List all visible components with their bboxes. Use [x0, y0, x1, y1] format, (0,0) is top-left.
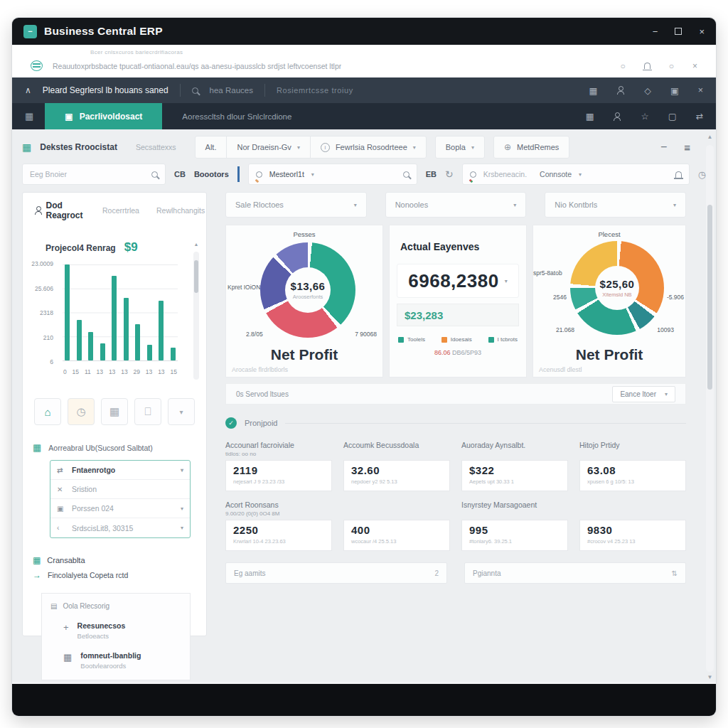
cb-label[interactable]: CB: [174, 170, 186, 178]
home-caret-icon[interactable]: ∧: [25, 85, 31, 95]
clock-button[interactable]: ◷: [68, 398, 95, 425]
kpi-value-box[interactable]: 9830#crocov v4 25.23 13: [579, 520, 686, 551]
expenses-note: 86.06 DB6/5P93: [390, 349, 526, 356]
kpi-value-box[interactable]: 2119nejesart J 9 23.23 /33: [225, 460, 332, 491]
kpi-value-box[interactable]: 995#tonlary6. 39.25.1: [461, 520, 568, 551]
x-tick-label: 13: [121, 368, 127, 375]
sidebar-scrollbar[interactable]: [193, 252, 199, 380]
apps-grid-icon[interactable]: ▦: [589, 85, 597, 96]
user-swap-icon[interactable]: ⇄: [696, 111, 703, 122]
tab-inactive[interactable]: Aoresscltsh dlour Snlclrcdione: [162, 112, 311, 121]
minimize-button[interactable]: −: [653, 26, 658, 37]
collapse-button[interactable]: −: [660, 141, 667, 154]
kpi-value-box[interactable]: 32.60nepdoer y2 92 5.13: [343, 460, 450, 491]
kpi-header: Accoumk Becussdoala: [343, 439, 450, 460]
sidebar-tab-0[interactable]: Dod Reagroct: [34, 200, 85, 220]
eb-label[interactable]: EB: [426, 170, 437, 178]
donut1-value: $13,66: [291, 280, 326, 292]
address-bar[interactable]: Reauutoxprbsbacte tpucatl-ontiaonal.eau/…: [22, 59, 706, 73]
bottom-input-0[interactable]: Eg aamits2: [225, 562, 447, 584]
sidebar-tab-2[interactable]: Rewlhchangits: [156, 206, 205, 215]
filter-favorites[interactable]: iFewrlsia Rosodrteee▾: [311, 143, 426, 152]
user-share-icon[interactable]: [616, 86, 625, 95]
diamond-icon[interactable]: ◇: [644, 85, 651, 96]
sidebar-tab-label: Dod Reagroct: [46, 200, 85, 220]
nav-brand-label[interactable]: Pleard Segrlersl lb houans saned: [43, 85, 168, 95]
boosters-label[interactable]: Boootors: [194, 170, 229, 178]
filter-all[interactable]: Alt.: [196, 143, 227, 151]
sidebar-filter-1[interactable]: ✕Sristion: [50, 480, 190, 499]
legend-label: Idoesais: [451, 336, 472, 343]
menu-button[interactable]: ≡: [684, 141, 690, 154]
kpi-value-box[interactable]: 400wcocaur /4 25.5.13: [343, 520, 450, 551]
quick-card-item-0[interactable]: +ReesunecsosBetloeacts: [63, 621, 181, 640]
scroll-up-icon[interactable]: ▲: [706, 134, 714, 140]
module-sub-label: Secsattexxs: [136, 143, 176, 151]
quick-card-item-1[interactable]: ▦fomneut-lbanbligBootvlearoords: [63, 651, 181, 670]
donut2-bl-label: 21.068: [556, 326, 574, 333]
maximize-button[interactable]: [675, 28, 682, 35]
refresh-icon[interactable]: ↻: [445, 168, 454, 180]
nav-search-label[interactable]: hea Rauces: [210, 86, 253, 95]
star-icon[interactable]: ☆: [641, 111, 648, 122]
nav-secondary-label[interactable]: Rosiemrtcsse troiuy: [277, 86, 353, 95]
notifications-icon[interactable]: [644, 63, 651, 69]
sidebar-filter-3[interactable]: ‹SrdscisLit8, 30315▾: [50, 518, 190, 537]
filter-bopla[interactable]: Bopla▾: [435, 136, 485, 159]
net-profit-title-1: Net Profit: [226, 346, 382, 363]
bag-button[interactable]: ⎕: [134, 398, 161, 425]
chevron-down-icon: ▾: [181, 467, 183, 473]
close-button[interactable]: ×: [699, 26, 705, 37]
frame-icon[interactable]: ▢: [668, 111, 677, 122]
kpi-value-box[interactable]: 63.08xpusen 6 g 10/5: 13: [579, 460, 686, 491]
sitemap-icon[interactable]: ▦: [25, 111, 33, 122]
chevron-down-icon: ▾: [505, 278, 508, 284]
sidebar-filter-0[interactable]: ⇄Fntaenrotgo▾: [50, 461, 190, 480]
main-scrollbar[interactable]: [706, 145, 714, 672]
search-input[interactable]: Eeg Bnoier: [22, 164, 166, 185]
kpi-header: Accounarl facroivialetidlos: oo no: [225, 439, 332, 460]
filter-select-2[interactable]: Nio Kontbrls▾: [545, 192, 686, 218]
scroll-up-icon[interactable]: ▲: [193, 242, 199, 247]
kpi-value-box[interactable]: $322Aepets upt 30.33 1: [461, 460, 568, 491]
clock-icon[interactable]: ◷: [698, 169, 706, 180]
grid-icon: ▦: [33, 442, 41, 453]
window-title: Business Central ERP: [44, 25, 163, 38]
profile-circle-icon[interactable]: ○: [620, 61, 625, 71]
sidebar-links: ▦Cransablta→Fincolalyeta Copeta rctd: [33, 555, 196, 580]
donut2-footer: Acenusdl dlestl: [539, 366, 582, 373]
nav-search-icon[interactable]: [192, 87, 198, 94]
search-input-2[interactable]: Mesteorl1t ▾: [248, 164, 417, 185]
search-input-3[interactable]: Krsbeneacin. Connsote ▾: [462, 164, 690, 185]
sidebar-link-0[interactable]: ▦Cransablta: [33, 555, 196, 565]
expenses-amount-box[interactable]: 6968,2380 ▾: [397, 264, 519, 298]
clipboard-icon[interactable]: ▣: [670, 85, 679, 96]
filter-select-1[interactable]: Nonooles▾: [385, 192, 527, 218]
chevron-down-button[interactable]: ▾: [168, 398, 195, 425]
home-button[interactable]: ⌂: [34, 398, 61, 425]
status-action-button[interactable]: Eance ltoer ▾: [612, 386, 675, 402]
bottom-input-1[interactable]: Pgiannta⇅: [464, 562, 686, 584]
apps-grid-icon[interactable]: ▦: [586, 111, 594, 122]
account-circle-icon[interactable]: ○: [669, 61, 674, 71]
close-nav-icon[interactable]: ×: [698, 85, 703, 95]
divider: [285, 423, 686, 424]
filter-metd[interactable]: ⊕MetdRemes: [493, 136, 569, 159]
close-page-icon[interactable]: ×: [692, 61, 697, 71]
scroll-down-icon[interactable]: ▼: [706, 674, 714, 680]
x-tick-label: 13: [146, 368, 152, 375]
sidebar-filter-2[interactable]: ▣Porssen 024▾: [50, 499, 190, 518]
chart-bar-6: [135, 324, 140, 360]
module-label[interactable]: Dekstes Rroocistat: [40, 142, 117, 152]
kpi-value-box[interactable]: 2250Krwrlarl 10-4 23.23.63: [225, 520, 332, 551]
filter-select-0[interactable]: Sale Rloctoes▾: [225, 192, 367, 218]
quick-card: ▤ Oola Rlecsorig +ReesunecsosBetloeacts▦…: [41, 593, 191, 680]
kpi-value: 995: [469, 524, 560, 536]
tab-active[interactable]: ▣ Pacrlivoldosact: [45, 103, 162, 129]
search-icon: [256, 171, 262, 178]
sidebar-link-1[interactable]: →Fincolalyeta Copeta rctd: [33, 570, 196, 580]
grid-button[interactable]: ▦: [101, 398, 128, 425]
sidebar-tab-1[interactable]: Rocerrtrlea: [102, 206, 139, 215]
filter-dropdown[interactable]: Nor Draeisn-Gv▾: [227, 143, 309, 151]
user-icon[interactable]: [613, 112, 621, 121]
